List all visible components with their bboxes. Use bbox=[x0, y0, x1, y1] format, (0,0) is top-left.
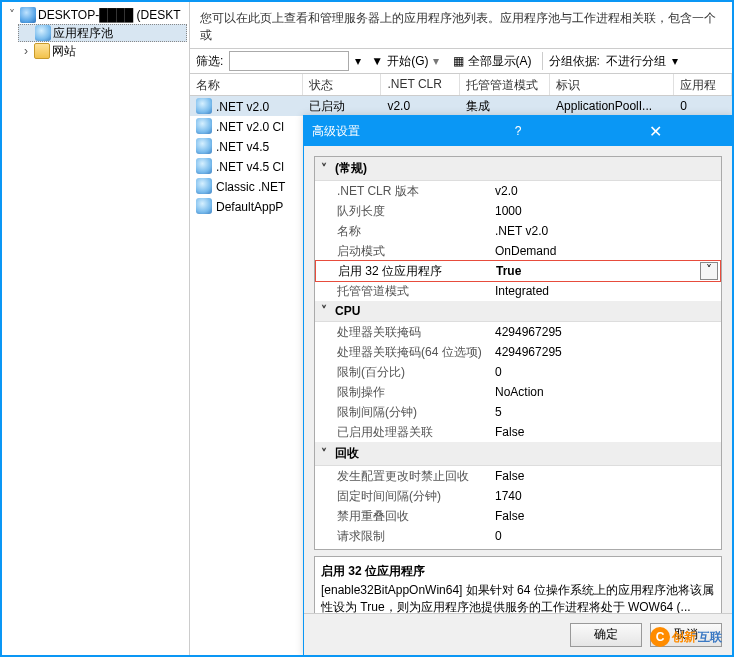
grid-icon: ▦ bbox=[453, 54, 464, 68]
prop-row[interactable]: 名称.NET v2.0 bbox=[315, 221, 721, 241]
server-icon bbox=[20, 7, 36, 23]
app-pool-icon bbox=[196, 118, 212, 134]
show-all-button[interactable]: ▦全部显示(A) bbox=[449, 53, 536, 70]
groupby-value[interactable]: 不进行分组 bbox=[606, 53, 666, 70]
expand-icon[interactable]: › bbox=[323, 549, 337, 551]
prop-row[interactable]: 启动模式OnDemand bbox=[315, 241, 721, 261]
property-grid: ˅(常规) .NET CLR 版本v2.0 队列长度1000 名称.NET v2… bbox=[314, 156, 722, 550]
group-recycle[interactable]: ˅回收 bbox=[315, 442, 721, 466]
dropdown-icon[interactable]: ▾ bbox=[672, 54, 678, 68]
filter-label: 筛选: bbox=[196, 53, 223, 70]
start-button: ▼开始(G) ▾ bbox=[367, 53, 442, 70]
collapse-icon[interactable]: ˅ bbox=[321, 162, 335, 176]
tree-root-label: DESKTOP-████ (DESKT bbox=[38, 8, 180, 22]
help-title: 启用 32 位应用程序 bbox=[321, 563, 715, 580]
dialog-title: 高级设置 bbox=[312, 123, 449, 140]
property-description: 启用 32 位应用程序 [enable32BitAppOnWin64] 如果针对… bbox=[314, 556, 722, 613]
app-pool-icon bbox=[196, 198, 212, 214]
prop-row[interactable]: 限制操作NoAction bbox=[315, 382, 721, 402]
folder-icon bbox=[34, 43, 50, 59]
app-pool-icon bbox=[196, 158, 212, 174]
advanced-settings-dialog: 高级设置 ? ✕ ˅(常规) .NET CLR 版本v2.0 队列长度1000 … bbox=[303, 115, 733, 656]
prop-row[interactable]: 托管管道模式Integrated bbox=[315, 281, 721, 301]
prop-row[interactable]: 限制间隔(分钟)5 bbox=[315, 402, 721, 422]
col-state[interactable]: 状态 bbox=[303, 74, 382, 95]
col-ident[interactable]: 标识 bbox=[550, 74, 674, 95]
prop-row[interactable]: 处理器关联掩码4294967295 bbox=[315, 322, 721, 342]
prop-row[interactable]: 限制(百分比)0 bbox=[315, 362, 721, 382]
help-icon[interactable]: ? bbox=[449, 124, 586, 138]
col-clr[interactable]: .NET CLR bbox=[381, 74, 460, 95]
table-row[interactable]: .NET v2.0 已启动 v2.0 集成 ApplicationPoolI..… bbox=[190, 96, 732, 116]
group-general[interactable]: ˅(常规) bbox=[315, 157, 721, 181]
play-icon: ▼ bbox=[371, 54, 383, 68]
separator bbox=[542, 52, 543, 70]
prop-row[interactable]: 发生配置更改时禁止回收False bbox=[315, 466, 721, 486]
app-pool-icon bbox=[196, 178, 212, 194]
dropdown-icon[interactable]: ˅ bbox=[700, 262, 718, 280]
prop-row[interactable]: 请求限制0 bbox=[315, 526, 721, 546]
app-pool-icon bbox=[35, 25, 51, 41]
tree-sites[interactable]: › 网站 bbox=[18, 42, 187, 60]
prop-row[interactable]: .NET CLR 版本v2.0 bbox=[315, 181, 721, 201]
prop-row[interactable]: 处理器关联掩码(64 位选项)4294967295 bbox=[315, 342, 721, 362]
tree-root[interactable]: ˅ DESKTOP-████ (DESKT bbox=[4, 6, 187, 24]
col-apps[interactable]: 应用程 bbox=[674, 74, 732, 95]
chevron-right-icon[interactable]: › bbox=[20, 44, 32, 58]
prop-row[interactable]: 队列长度1000 bbox=[315, 201, 721, 221]
prop-enable-32bit[interactable]: 启用 32 位应用程序True˅ bbox=[315, 260, 721, 282]
filter-input[interactable] bbox=[229, 51, 349, 71]
tree-app-pools-label: 应用程序池 bbox=[53, 25, 113, 42]
tree-app-pools[interactable]: 应用程序池 bbox=[18, 24, 187, 42]
prop-row[interactable]: 禁用重叠回收False bbox=[315, 506, 721, 526]
tree-sites-label: 网站 bbox=[52, 43, 76, 60]
app-pool-icon bbox=[196, 98, 212, 114]
col-name[interactable]: 名称 bbox=[190, 74, 303, 95]
page-description: 您可以在此页上查看和管理服务器上的应用程序池列表。应用程序池与工作进程相关联，包… bbox=[190, 2, 732, 48]
chevron-down-icon[interactable]: ˅ bbox=[6, 8, 18, 22]
ok-button[interactable]: 确定 bbox=[570, 623, 642, 647]
help-body: [enable32BitAppOnWin64] 如果针对 64 位操作系统上的应… bbox=[321, 583, 714, 613]
prop-row[interactable]: 固定时间间隔(分钟)1740 bbox=[315, 486, 721, 506]
app-pool-icon bbox=[196, 138, 212, 154]
filter-bar: 筛选: ▾ ▼开始(G) ▾ ▦全部显示(A) 分组依据: 不进行分组 ▾ bbox=[190, 48, 732, 74]
grid-header: 名称 状态 .NET CLR 托管管道模式 标识 应用程 bbox=[190, 74, 732, 96]
col-pipe[interactable]: 托管管道模式 bbox=[460, 74, 550, 95]
groupby-label: 分组依据: bbox=[549, 53, 600, 70]
cancel-button[interactable]: 取消 bbox=[650, 623, 722, 647]
collapse-icon[interactable]: ˅ bbox=[321, 304, 335, 318]
prop-row[interactable]: 已启用处理器关联False bbox=[315, 422, 721, 442]
tree-panel: ˅ DESKTOP-████ (DESKT 应用程序池 › 网站 bbox=[2, 2, 190, 655]
collapse-icon[interactable]: ˅ bbox=[321, 447, 335, 461]
dropdown-icon[interactable]: ▾ bbox=[355, 54, 361, 68]
dialog-titlebar[interactable]: 高级设置 ? ✕ bbox=[304, 116, 732, 146]
group-cpu[interactable]: ˅CPU bbox=[315, 301, 721, 322]
close-icon[interactable]: ✕ bbox=[587, 122, 724, 141]
prop-row[interactable]: ›生成回收事件日志条目 bbox=[315, 546, 721, 550]
dialog-footer: 确定 取消 bbox=[304, 613, 732, 655]
